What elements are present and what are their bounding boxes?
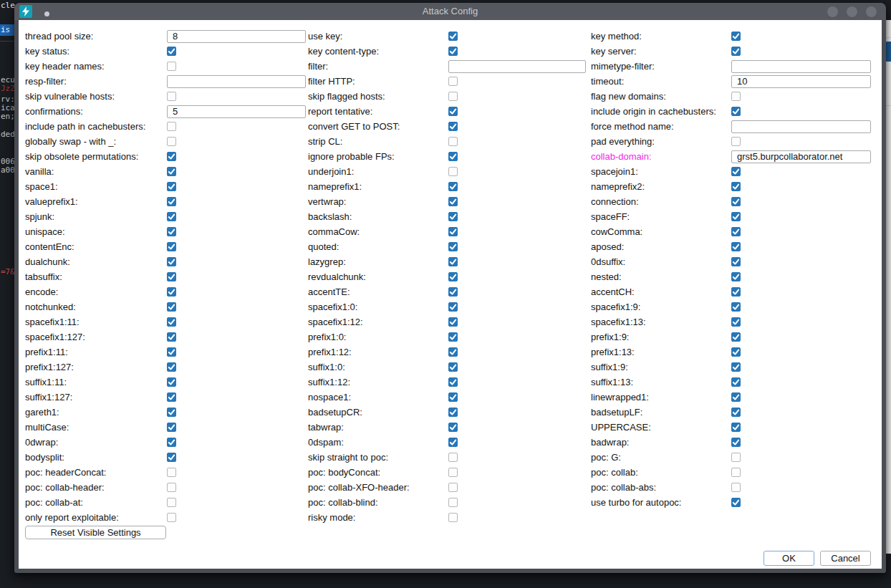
checkbox-gareth1[interactable] [167, 408, 176, 417]
checkbox-filter-http[interactable] [448, 77, 458, 86]
checkbox-suffix1-12[interactable] [448, 377, 458, 387]
checkbox-poc-headerconcat[interactable] [167, 468, 176, 477]
checkbox-key-status[interactable] [167, 47, 176, 56]
checkbox-key-content-type[interactable] [448, 47, 458, 56]
checkbox-quoted[interactable] [448, 242, 458, 251]
checkbox-connection[interactable] [731, 197, 741, 206]
input-timeout[interactable] [731, 75, 871, 88]
checkbox-prefix1-11[interactable] [167, 347, 176, 357]
checkbox-multicase[interactable] [167, 423, 176, 432]
checkbox-risky-mode[interactable] [448, 513, 458, 522]
checkbox-prefix1-9[interactable] [731, 332, 741, 342]
checkbox-encode[interactable] [167, 287, 176, 297]
checkbox-spjunk[interactable] [167, 212, 176, 221]
checkbox-nameprefix2[interactable] [731, 182, 741, 191]
checkbox-key-server[interactable] [731, 47, 741, 56]
checkbox-suffix1-13[interactable] [731, 377, 741, 387]
checkbox-contentenc[interactable] [167, 242, 176, 251]
checkbox-key-method[interactable] [731, 32, 741, 41]
checkbox-nospace1[interactable] [448, 392, 458, 402]
checkbox-spacefix1-127[interactable] [167, 332, 176, 342]
checkbox-suffix1-9[interactable] [731, 362, 741, 372]
checkbox-skip-flagged-hosts[interactable] [448, 92, 458, 101]
checkbox-convert-get-to-post[interactable] [448, 122, 458, 131]
checkbox-use-turbo-for-autopoc[interactable] [731, 498, 741, 507]
checkbox-prefix1-12[interactable] [448, 347, 458, 357]
checkbox-suffix1-0[interactable] [448, 362, 458, 372]
checkbox-uppercase[interactable] [731, 423, 741, 432]
checkbox-skip-obsolete-permutations[interactable] [167, 152, 176, 161]
checkbox-badwrap[interactable] [731, 438, 741, 447]
checkbox-tabwrap[interactable] [448, 423, 458, 432]
checkbox-skip-straight-to-poc[interactable] [448, 453, 458, 462]
checkbox-flag-new-domains[interactable] [731, 92, 741, 101]
cancel-button[interactable]: Cancel [820, 551, 871, 566]
checkbox-vertwrap[interactable] [448, 197, 458, 206]
checkbox-accentch[interactable] [731, 287, 741, 297]
checkbox-poc-collab-xfo-header[interactable] [448, 483, 458, 492]
checkbox-aposed[interactable] [731, 242, 741, 251]
checkbox-spacefix1-11[interactable] [167, 317, 176, 327]
checkbox-poc-collab-abs[interactable] [731, 483, 741, 492]
checkbox-skip-vulnerable-hosts[interactable] [167, 92, 176, 101]
checkbox-backslash[interactable] [448, 212, 458, 221]
reset-visible-settings-button[interactable]: Reset Visible Settings [25, 526, 166, 539]
checkbox-spacefix1-9[interactable] [731, 302, 741, 312]
titlebar[interactable]: Attack Config [14, 3, 886, 20]
checkbox-commacow[interactable] [448, 227, 458, 236]
checkbox-spacefix1-0[interactable] [448, 302, 458, 312]
checkbox-poc-collab[interactable] [731, 468, 741, 477]
checkbox-lazygrep[interactable] [448, 257, 458, 266]
checkbox-unispace[interactable] [167, 227, 176, 236]
checkbox-0dwrap[interactable] [167, 438, 176, 447]
minimize-button[interactable] [827, 6, 838, 17]
input-force-method-name[interactable] [731, 120, 871, 133]
checkbox-accentte[interactable] [448, 287, 458, 297]
checkbox-suffix1-11[interactable] [167, 377, 176, 387]
checkbox-spaceff[interactable] [731, 212, 741, 221]
checkbox-revdualchunk[interactable] [448, 272, 458, 281]
checkbox-spacefix1-12[interactable] [448, 317, 458, 327]
checkbox-poc-collab-at[interactable] [167, 498, 176, 507]
checkbox-poc-g[interactable] [731, 453, 741, 462]
checkbox-spacefix1-13[interactable] [731, 317, 741, 327]
checkbox-badsetuplf[interactable] [731, 408, 741, 417]
checkbox-0dspam[interactable] [448, 438, 458, 447]
input-confirmations[interactable] [167, 105, 306, 118]
checkbox-0dsuffix[interactable] [731, 257, 741, 266]
close-button[interactable] [866, 6, 877, 17]
input-thread-pool-size[interactable] [167, 30, 306, 43]
checkbox-key-header-names[interactable] [167, 62, 176, 71]
checkbox-nameprefix1[interactable] [448, 182, 458, 191]
checkbox-pad-everything[interactable] [731, 137, 741, 146]
checkbox-report-tentative[interactable] [448, 107, 458, 116]
input-collab-domain[interactable] [731, 150, 871, 163]
checkbox-poc-bodyconcat[interactable] [448, 468, 458, 477]
ok-button[interactable]: OK [764, 551, 814, 566]
checkbox-include-origin-in-cachebusters[interactable] [731, 107, 741, 116]
checkbox-prefix1-13[interactable] [731, 347, 741, 357]
checkbox-poc-collab-blind[interactable] [448, 498, 458, 507]
checkbox-valueprefix1[interactable] [167, 197, 176, 206]
checkbox-linewrapped1[interactable] [731, 392, 741, 402]
checkbox-prefix1-0[interactable] [448, 332, 458, 342]
input-filter[interactable] [448, 60, 586, 73]
checkbox-bodysplit[interactable] [167, 453, 176, 462]
checkbox-include-path-in-cachebusters[interactable] [167, 122, 176, 131]
checkbox-only-report-exploitable[interactable] [167, 513, 176, 522]
checkbox-dualchunk[interactable] [167, 257, 176, 266]
input-resp-filter[interactable] [167, 75, 306, 88]
checkbox-tabsuffix[interactable] [167, 272, 176, 281]
checkbox-badsetupcr[interactable] [448, 408, 458, 417]
checkbox-use-key[interactable] [448, 32, 458, 41]
checkbox-poc-collab-header[interactable] [167, 483, 176, 492]
checkbox-nested[interactable] [731, 272, 741, 281]
checkbox-cowcomma[interactable] [731, 227, 741, 236]
checkbox-prefix1-127[interactable] [167, 362, 176, 372]
checkbox-strip-cl[interactable] [448, 137, 458, 146]
checkbox-vanilla[interactable] [167, 167, 176, 176]
checkbox-notchunked[interactable] [167, 302, 176, 312]
input-mimetype-filter[interactable] [731, 60, 871, 73]
checkbox-suffix1-127[interactable] [167, 392, 176, 402]
checkbox-underjoin1[interactable] [448, 167, 458, 176]
